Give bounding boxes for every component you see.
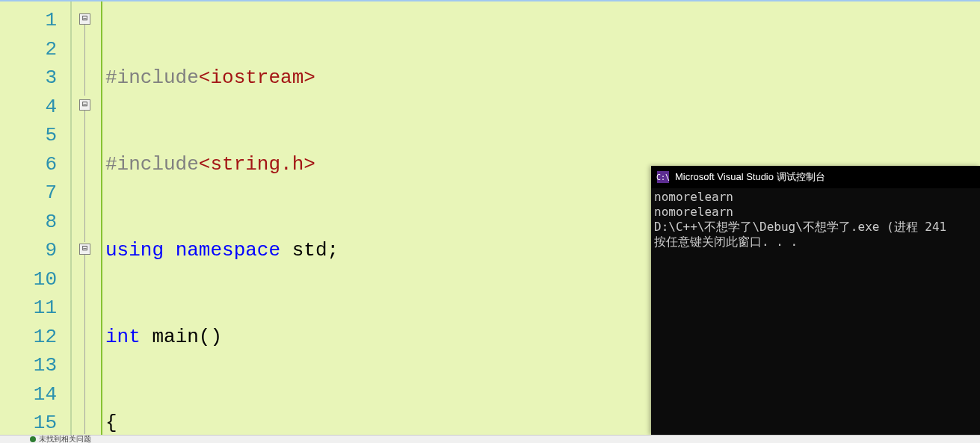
vs-icon: C:\ xyxy=(657,171,669,183)
punct: ; xyxy=(327,239,339,261)
status-dot-icon xyxy=(30,436,36,442)
preprocessor: #include xyxy=(105,153,199,176)
fold-toggle-icon[interactable]: ⊟ xyxy=(79,244,90,255)
console-line: nomorelearn xyxy=(654,205,977,220)
fold-toggle-icon[interactable]: ⊟ xyxy=(79,99,90,111)
line-number: 9 xyxy=(0,236,57,265)
fold-column: ⊟ ⊟ ⊟ xyxy=(71,1,101,435)
line-number: 6 xyxy=(0,150,57,179)
line-number: 1 xyxy=(0,6,57,35)
debug-console-window[interactable]: C:\ Microsoft Visual Studio 调试控制台 nomore… xyxy=(651,166,980,435)
console-title-text: Microsoft Visual Studio 调试控制台 xyxy=(675,170,825,184)
line-number: 14 xyxy=(0,380,57,409)
function-name: main xyxy=(152,326,198,348)
include-path: <string.h> xyxy=(199,153,315,176)
brace: { xyxy=(105,412,117,434)
console-output[interactable]: nomorelearnnomorelearnD:\C++\不想学了\Debug\… xyxy=(651,188,980,251)
punct: () xyxy=(199,326,222,348)
code-line[interactable]: #include<iostream> xyxy=(102,63,980,93)
keyword: int xyxy=(105,326,141,348)
fold-guide xyxy=(84,25,85,96)
line-number: 15 xyxy=(0,409,57,438)
identifier: std xyxy=(292,239,327,261)
line-number: 2 xyxy=(0,35,57,64)
line-number: 13 xyxy=(0,351,57,380)
console-line: nomorelearn xyxy=(654,190,977,205)
line-number: 3 xyxy=(0,63,57,93)
line-number: 10 xyxy=(0,265,57,294)
console-line: 按任意键关闭此窗口. . . xyxy=(654,235,977,250)
preprocessor: #include xyxy=(105,66,199,89)
keyword: using xyxy=(105,239,164,261)
status-text: 未找到相关问题 xyxy=(39,434,91,443)
line-number-gutter: 1 2 3 4 5 6 7 8 9 10 11 12 13 14 15 xyxy=(0,1,71,435)
keyword: namespace xyxy=(176,239,280,261)
line-number: 8 xyxy=(0,208,57,237)
line-number: 5 xyxy=(0,121,57,150)
include-path: <iostream> xyxy=(199,66,315,89)
console-line: D:\C++\不想学了\Debug\不想学了.exe (进程 241 xyxy=(654,220,977,235)
console-titlebar[interactable]: C:\ Microsoft Visual Studio 调试控制台 xyxy=(651,166,980,188)
fold-guide xyxy=(84,111,85,242)
status-bar: 未找到相关问题 xyxy=(0,435,980,443)
line-number: 12 xyxy=(0,323,57,352)
fold-guide xyxy=(84,255,85,434)
line-number: 7 xyxy=(0,179,57,208)
line-number: 4 xyxy=(0,93,57,122)
fold-toggle-icon[interactable]: ⊟ xyxy=(79,13,90,25)
line-number: 11 xyxy=(0,294,57,323)
